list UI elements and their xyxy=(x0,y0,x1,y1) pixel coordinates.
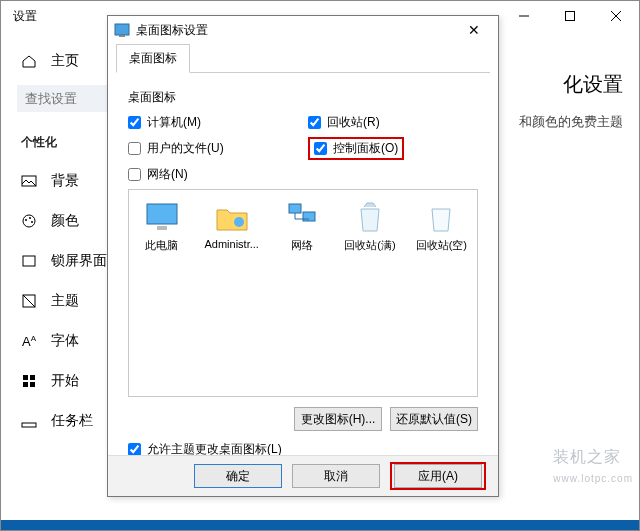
search-input[interactable] xyxy=(17,85,111,112)
window-controls xyxy=(501,1,639,31)
cancel-button[interactable]: 取消 xyxy=(292,464,380,488)
check-label: 控制面板(O) xyxy=(333,140,398,157)
svg-point-3 xyxy=(25,219,27,221)
check-computer-box[interactable] xyxy=(128,116,141,129)
icon-preview-box: 此电脑 Administr... 网络 回收站(满) 回收站(空) xyxy=(128,189,478,397)
content-heading-partial: 化设置 xyxy=(563,71,623,98)
folder-user-icon xyxy=(214,200,250,234)
svg-rect-18 xyxy=(289,204,301,213)
content-text-partial: 和颜色的免费主题 xyxy=(519,113,623,131)
home-icon xyxy=(21,53,37,69)
apply-button[interactable]: 应用(A) xyxy=(394,464,482,488)
icon-thispc[interactable]: 此电脑 xyxy=(139,200,184,253)
check-label: 回收站(R) xyxy=(327,114,380,131)
taskbar-strip xyxy=(1,520,639,530)
svg-rect-0 xyxy=(566,12,575,21)
svg-rect-10 xyxy=(23,382,28,387)
icon-buttons: 更改图标(H)... 还原默认值(S) xyxy=(128,407,478,431)
recycle-full-icon xyxy=(352,200,388,234)
monitor-icon xyxy=(144,200,180,234)
check-computer[interactable]: 计算机(M) xyxy=(128,114,298,131)
svg-point-17 xyxy=(234,217,244,227)
sidebar-item-label: 任务栏 xyxy=(51,412,93,430)
checkbox-grid: 计算机(M) 回收站(R) 用户的文件(U) 控制面板(O) 网络(N) xyxy=(128,114,478,183)
sidebar-item-label: 背景 xyxy=(51,172,79,190)
dialog-title: 桌面图标设置 xyxy=(136,22,208,39)
watermark-text: 装机之家 xyxy=(553,448,621,465)
dialog-footer: 确定 取消 应用(A) xyxy=(108,455,498,496)
palette-icon xyxy=(21,213,37,229)
close-button[interactable] xyxy=(593,1,639,31)
sidebar-item-label: 主题 xyxy=(51,292,79,310)
check-label: 用户的文件(U) xyxy=(147,140,224,157)
sidebar-item-label: 开始 xyxy=(51,372,79,390)
check-label: 计算机(M) xyxy=(147,114,201,131)
check-network-box[interactable] xyxy=(128,168,141,181)
check-label: 网络(N) xyxy=(147,166,188,183)
maximize-button[interactable] xyxy=(547,1,593,31)
check-userfiles[interactable]: 用户的文件(U) xyxy=(128,137,298,160)
desktop-icon-dialog: 桌面图标设置 ✕ 桌面图标 桌面图标 计算机(M) 回收站(R) 用户的文件(U… xyxy=(107,15,499,497)
check-control[interactable]: 控制面板(O) xyxy=(314,140,398,157)
dialog-titlebar: 桌面图标设置 ✕ xyxy=(108,16,498,44)
dialog-tabs: 桌面图标 xyxy=(116,44,490,73)
watermark: 装机之家 www.lotpc.com xyxy=(553,447,633,486)
check-control-wrap: 控制面板(O) xyxy=(308,137,478,160)
watermark-url: www.lotpc.com xyxy=(553,473,633,484)
svg-rect-6 xyxy=(23,256,35,266)
sidebar-item-label: 字体 xyxy=(51,332,79,350)
ok-button[interactable]: 确定 xyxy=(194,464,282,488)
check-control-box[interactable] xyxy=(314,142,327,155)
taskbar-icon xyxy=(21,413,37,429)
svg-rect-12 xyxy=(22,423,36,427)
sidebar-home-label: 主页 xyxy=(51,52,79,70)
sidebar-item-label: 锁屏界面 xyxy=(51,252,107,270)
svg-rect-13 xyxy=(115,24,129,35)
settings-title: 设置 xyxy=(13,8,37,25)
highlight-box: 应用(A) xyxy=(390,462,486,490)
svg-point-5 xyxy=(31,221,33,223)
settings-window: 设置 主页 个性化 背景 颜色 锁屏界面 主题 AA字体 开始 任务栏 化设置 … xyxy=(0,0,640,531)
icon-recycle-empty[interactable]: 回收站(空) xyxy=(416,200,467,253)
dialog-close-button[interactable]: ✕ xyxy=(456,22,492,38)
picture-icon xyxy=(21,173,37,189)
network-icon xyxy=(284,200,320,234)
check-userfiles-box[interactable] xyxy=(128,142,141,155)
svg-rect-9 xyxy=(30,375,35,380)
check-recycle[interactable]: 回收站(R) xyxy=(308,114,478,131)
icon-label: 回收站(空) xyxy=(416,238,467,253)
font-icon: AA xyxy=(21,334,37,349)
icon-recycle-full[interactable]: 回收站(满) xyxy=(344,200,395,253)
svg-rect-8 xyxy=(23,375,28,380)
highlight-box: 控制面板(O) xyxy=(308,137,404,160)
svg-point-4 xyxy=(29,217,31,219)
lock-icon xyxy=(21,253,37,269)
dialog-icon xyxy=(114,22,130,38)
svg-point-2 xyxy=(23,215,35,227)
icon-label: Administr... xyxy=(204,238,258,250)
tab-desktop-icons[interactable]: 桌面图标 xyxy=(116,44,190,73)
icon-admin[interactable]: Administr... xyxy=(204,200,258,250)
minimize-button[interactable] xyxy=(501,1,547,31)
change-icon-button[interactable]: 更改图标(H)... xyxy=(294,407,382,431)
svg-rect-19 xyxy=(303,212,315,221)
check-recycle-box[interactable] xyxy=(308,116,321,129)
restore-default-button[interactable]: 还原默认值(S) xyxy=(390,407,478,431)
group-title: 桌面图标 xyxy=(128,89,478,106)
icon-label: 此电脑 xyxy=(139,238,184,253)
icon-label: 网络 xyxy=(279,238,324,253)
check-network[interactable]: 网络(N) xyxy=(128,166,478,183)
svg-rect-16 xyxy=(157,226,167,230)
svg-rect-14 xyxy=(119,35,125,37)
theme-icon xyxy=(21,293,37,309)
recycle-empty-icon xyxy=(423,200,459,234)
svg-rect-15 xyxy=(147,204,177,224)
sidebar-item-label: 颜色 xyxy=(51,212,79,230)
icon-network[interactable]: 网络 xyxy=(279,200,324,253)
dialog-body: 桌面图标 计算机(M) 回收站(R) 用户的文件(U) 控制面板(O) 网络(N… xyxy=(108,73,498,468)
svg-rect-11 xyxy=(30,382,35,387)
icon-label: 回收站(满) xyxy=(344,238,395,253)
start-icon xyxy=(21,373,37,389)
